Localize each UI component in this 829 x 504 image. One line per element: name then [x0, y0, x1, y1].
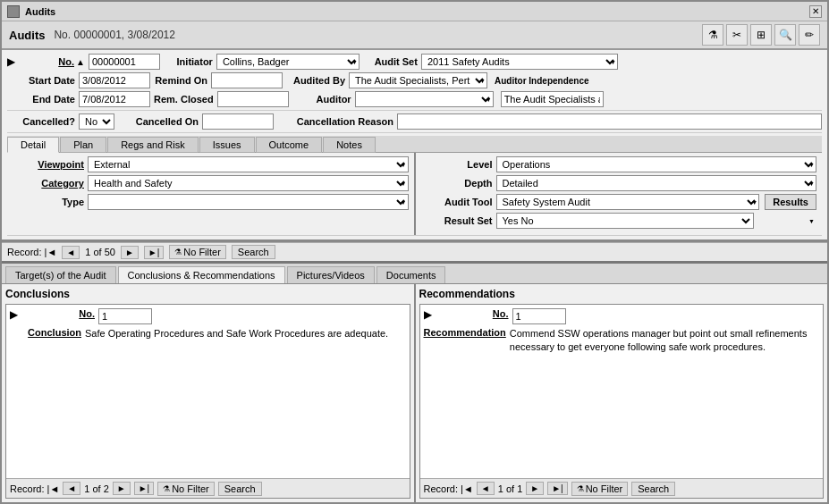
recommendations-next-end-button[interactable]: ►| — [547, 482, 568, 495]
prev-record-button[interactable]: ◄ — [62, 246, 80, 259]
tab-plan[interactable]: Plan — [60, 137, 106, 153]
audited-by-select[interactable]: The Audit Specialists, Perth — [349, 72, 487, 88]
viewpoint-select[interactable]: External — [88, 156, 409, 172]
search-tool-button[interactable]: 🔍 — [774, 24, 796, 46]
audited-by-wrapper: The Audit Specialists, Perth — [349, 72, 487, 88]
filter-tool-button[interactable]: ⚗ — [702, 24, 723, 46]
recommendations-record-inner: ▶ No. Recommendation Commend SSW operati… — [420, 305, 824, 478]
remind-on-field[interactable] — [211, 72, 283, 88]
cancelled-label: Cancelled? — [21, 116, 75, 127]
recommendation-no-label: No. — [437, 308, 509, 319]
audit-set-label: Audit Set — [368, 56, 418, 67]
result-set-wrapper: Yes No — [496, 213, 817, 229]
recommendation-no-row: ▶ No. — [424, 308, 820, 324]
conclusions-panel: Conclusions ▶ No. Conclusion Safe Operat… — [2, 284, 416, 502]
recommendation-label: Recommendation — [424, 327, 506, 338]
edit-tool-button[interactable]: ✏ — [799, 24, 820, 46]
tab-issues[interactable]: Issues — [199, 137, 255, 153]
tab-documents[interactable]: Documents — [376, 266, 446, 283]
tab-conclusions[interactable]: Conclusions & Recommendations — [118, 266, 285, 283]
record-nav-start-label: Record: |◄ — [7, 247, 56, 257]
results-button[interactable]: Results — [765, 194, 816, 210]
tab-targets[interactable]: Target(s) of the Audit — [5, 266, 116, 283]
copy-tool-button[interactable]: ⊞ — [750, 24, 772, 46]
conclusion-value: Safe Operating Procedures and Safe Work … — [85, 327, 406, 340]
depth-wrapper: Detailed — [496, 175, 817, 191]
recommendations-position: 1 of 1 — [498, 483, 523, 494]
start-date-label: Start Date — [21, 75, 75, 86]
level-select[interactable]: Operations — [496, 156, 817, 172]
conclusions-next-end-button[interactable]: ►| — [134, 482, 155, 495]
auditor-independence-value[interactable] — [501, 91, 604, 107]
recommendations-search-button[interactable]: Search — [631, 482, 675, 496]
search-button[interactable]: Search — [232, 245, 275, 259]
next-end-record-button[interactable]: ►| — [144, 246, 165, 259]
auditor-wrapper — [355, 91, 494, 107]
type-label: Type — [13, 197, 84, 207]
conclusions-record: ▶ No. Conclusion Safe Operating Procedur… — [5, 304, 410, 499]
tab-pictures[interactable]: Pictures/Videos — [287, 266, 375, 283]
conclusions-title: Conclusions — [5, 288, 410, 300]
recommendations-prev-button[interactable]: ◄ — [477, 482, 495, 495]
audit-tool-wrapper: Safety System Audit — [496, 194, 760, 210]
close-button[interactable]: ✕ — [809, 5, 822, 18]
row-1: ▶ No. ▲ Initiator Collins, Badger Audit … — [7, 54, 822, 70]
end-date-field[interactable] — [79, 91, 150, 107]
cancelled-select[interactable]: No Yes — [79, 113, 114, 130]
bottom-tabs-bar: Target(s) of the Audit Conclusions & Rec… — [2, 264, 827, 284]
conclusion-no-field[interactable] — [98, 308, 152, 324]
rem-closed-field[interactable] — [217, 91, 289, 107]
delete-tool-button[interactable]: ✂ — [726, 24, 748, 46]
rem-closed-label: Rem. Closed — [154, 94, 214, 105]
recommendations-no-filter-button[interactable]: ⚗ No Filter — [571, 482, 629, 496]
toolbar: ⚗ ✂ ⊞ 🔍 ✏ — [702, 24, 820, 46]
conclusions-next-button[interactable]: ► — [113, 482, 131, 495]
type-select[interactable] — [88, 194, 409, 210]
viewpoint-row: Viewpoint External — [13, 156, 409, 172]
recommendations-record: ▶ No. Recommendation Commend SSW operati… — [419, 304, 825, 499]
category-select[interactable]: Health and Safety — [88, 175, 409, 191]
initiator-select-wrapper: Collins, Badger — [216, 54, 360, 70]
tab-outcome[interactable]: Outcome — [256, 137, 323, 153]
audit-tool-label: Audit Tool — [421, 197, 493, 207]
conclusion-row-arrow: ▶ — [10, 308, 18, 321]
recommendations-next-button[interactable]: ► — [526, 482, 544, 495]
auditor-select[interactable] — [355, 91, 494, 107]
next-record-button[interactable]: ► — [121, 246, 139, 259]
no-field[interactable] — [89, 54, 160, 70]
level-label: Level — [421, 159, 493, 170]
header-bar: Audits No. 00000001, 3/08/2012 ⚗ ✂ ⊞ 🔍 ✏ — [2, 21, 827, 50]
tab-detail[interactable]: Detail — [7, 137, 59, 153]
result-set-select[interactable]: Yes No — [496, 213, 755, 229]
audit-set-select[interactable]: 2011 Safety Audits — [421, 54, 618, 70]
title-bar-left: Audits — [7, 5, 55, 18]
recommendations-panel: Recommendations ▶ No. Recommendation Com… — [416, 284, 828, 502]
depth-select[interactable]: Detailed — [496, 175, 817, 191]
audit-set-select-wrapper: 2011 Safety Audits — [421, 54, 618, 70]
cancelled-on-field[interactable] — [202, 113, 274, 130]
detail-tab-content: Viewpoint External Category Health and S… — [7, 153, 822, 236]
tab-regs-risk[interactable]: Regs and Risk — [107, 137, 199, 153]
conclusions-prev-button[interactable]: ◄ — [63, 482, 80, 495]
recommendation-value: Commend SSW operations manager but point… — [510, 327, 819, 355]
tab-notes[interactable]: Notes — [323, 137, 376, 153]
start-date-field[interactable] — [79, 72, 150, 88]
no-filter-button[interactable]: ⚗ No Filter — [169, 245, 226, 259]
initiator-select[interactable]: Collins, Badger — [216, 54, 360, 70]
viewpoint-wrapper: External — [88, 156, 409, 172]
recommendation-no-field[interactable] — [512, 308, 566, 324]
row-arrow: ▶ — [7, 55, 15, 68]
recommendations-nav-start: Record: |◄ — [424, 483, 473, 494]
result-set-label: Result Set — [421, 215, 493, 226]
auditor-label: Auditor — [298, 94, 351, 105]
audit-tool-select[interactable]: Safety System Audit — [496, 194, 760, 210]
conclusions-record-inner: ▶ No. Conclusion Safe Operating Procedur… — [6, 305, 410, 478]
detail-tabs: Detail Plan Regs and Risk Issues Outcome… — [7, 136, 822, 153]
cancellation-reason-field[interactable] — [397, 113, 822, 130]
title-bar: Audits ✕ — [2, 2, 827, 21]
conclusions-no-filter-button[interactable]: ⚗ No Filter — [157, 482, 215, 496]
result-set-row: Result Set Yes No — [421, 213, 817, 229]
depth-row: Depth Detailed — [421, 175, 817, 191]
conclusion-no-row: ▶ No. — [10, 308, 406, 324]
conclusions-search-button[interactable]: Search — [218, 482, 262, 496]
